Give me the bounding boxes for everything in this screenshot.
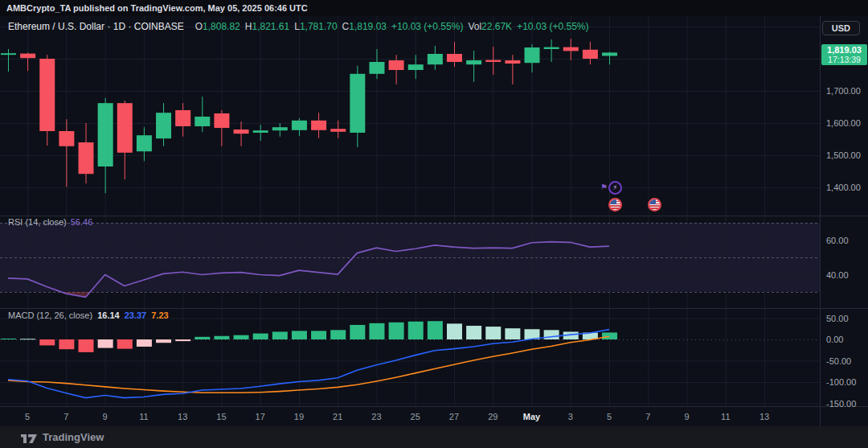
close-label: C	[342, 21, 350, 32]
rsi-legend: RSI (14, close)56.46	[8, 217, 92, 227]
event-flag-icon: ⚑	[600, 183, 608, 191]
tradingview-logo-icon[interactable]	[21, 432, 38, 443]
time-tick-label: 11	[721, 411, 730, 422]
price-tick-label: 1,600.00	[826, 117, 861, 129]
macd-histogram	[1, 321, 617, 352]
open-label: O	[195, 21, 203, 32]
candlestick-series	[1, 39, 617, 193]
tradingview-brand-text[interactable]: TradingView	[43, 431, 104, 443]
macd-signal-value: 7.23	[151, 310, 168, 320]
time-tick-label: 9	[103, 411, 108, 422]
volume-label: Vol	[468, 21, 481, 32]
us-economic-event-icon[interactable]	[608, 198, 622, 212]
time-tick-label: 11	[139, 411, 148, 422]
macd-hist-value: 16.14	[97, 310, 120, 320]
time-tick-label: 5	[607, 411, 612, 422]
time-axis[interactable]: 57911131517192123252729May35791113	[0, 406, 820, 426]
open-value: 1,808.82	[203, 21, 240, 32]
time-tick-label: May	[523, 411, 540, 422]
time-tick-label: 7	[63, 411, 68, 422]
macd-line-value: 23.37	[125, 310, 147, 320]
time-tick-label: 27	[449, 411, 459, 422]
last-price-value: 1,819.03	[821, 45, 867, 55]
macd-tick-label: 0.00	[826, 334, 843, 345]
time-tick-label: 9	[684, 411, 689, 422]
price-tick-label: 1,400.00	[826, 182, 861, 193]
volume-change: +10.03 (+0.55%)	[517, 21, 588, 32]
change-value: +10.03 (+0.55%)	[391, 21, 463, 32]
tradingview-chart-page: AMBCrypto_TA published on TradingView.co…	[0, 0, 868, 448]
symbol-title[interactable]: Ethereum / U.S. Dollar · 1D · COINBASE	[8, 21, 184, 32]
time-tick-label: 7	[645, 411, 650, 422]
time-tick-label: 19	[294, 411, 304, 422]
low-label: L	[294, 21, 300, 32]
rsi-tick-label: 40.00	[826, 269, 849, 281]
time-tick-label: 3	[568, 411, 573, 422]
crypto-event-icon[interactable]: ⚡	[608, 181, 622, 195]
time-tick-label: 23	[371, 411, 381, 422]
symbol-legend: Ethereum / U.S. Dollar · 1D · COINBASEO1…	[8, 21, 589, 32]
last-price-label: 1,819.03 17:13:39	[821, 44, 867, 65]
currency-toggle-button[interactable]: USD	[822, 21, 860, 35]
time-tick-label: 29	[488, 411, 497, 422]
us-economic-event-icon[interactable]	[648, 198, 661, 212]
close-value: 1,819.03	[349, 21, 387, 32]
pane-separators	[0, 16, 868, 426]
high-value: 1,821.61	[252, 21, 289, 32]
rsi-value: 56.46	[71, 217, 93, 227]
time-tick-label: 13	[760, 411, 769, 422]
bar-countdown: 17:13:39	[821, 55, 867, 64]
time-tick-label: 13	[178, 411, 187, 422]
macd-tick-label: -150.00	[826, 398, 856, 409]
time-tick-label: 17	[256, 411, 265, 422]
macd-tick-label: 50.00	[826, 313, 849, 324]
rsi-title: RSI (14, close)	[8, 217, 67, 227]
time-tick-label: 25	[411, 411, 420, 422]
attribution-bar: AMBCrypto_TA published on TradingView.co…	[0, 0, 868, 16]
volume-value: 22.67K	[481, 21, 512, 32]
macd-tick-label: -100.00	[826, 376, 856, 388]
footer-bar: TradingView	[0, 426, 868, 448]
attribution-text: AMBCrypto_TA published on TradingView.co…	[6, 3, 308, 13]
rsi-tick-label: 60.00	[826, 235, 849, 246]
macd-legend: MACD (12, 26, close)16.1423.377.23	[8, 310, 169, 320]
low-value: 1,781.70	[300, 21, 338, 32]
time-tick-label: 5	[25, 411, 30, 422]
time-tick-label: 21	[333, 411, 342, 422]
chart-canvas[interactable]	[0, 0, 868, 448]
macd-title: MACD (12, 26, close)	[8, 310, 92, 320]
time-tick-label: 15	[216, 411, 226, 422]
macd-tick-label: -50.00	[826, 356, 851, 367]
price-tick-label: 1,500.00	[826, 150, 861, 161]
price-tick-label: 1,700.00	[826, 85, 861, 97]
